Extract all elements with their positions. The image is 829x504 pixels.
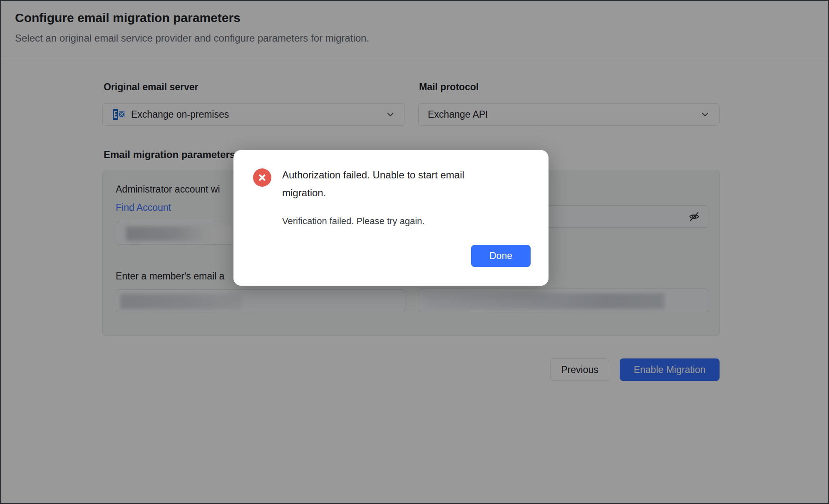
authorization-failed-dialog: Authorization failed. Unable to start em…	[233, 150, 549, 286]
error-circle-icon	[253, 168, 271, 187]
done-button[interactable]: Done	[471, 245, 531, 267]
dialog-message: Verification failed. Please try again.	[282, 216, 424, 227]
dialog-title: Authorization failed. Unable to start em…	[282, 166, 499, 202]
